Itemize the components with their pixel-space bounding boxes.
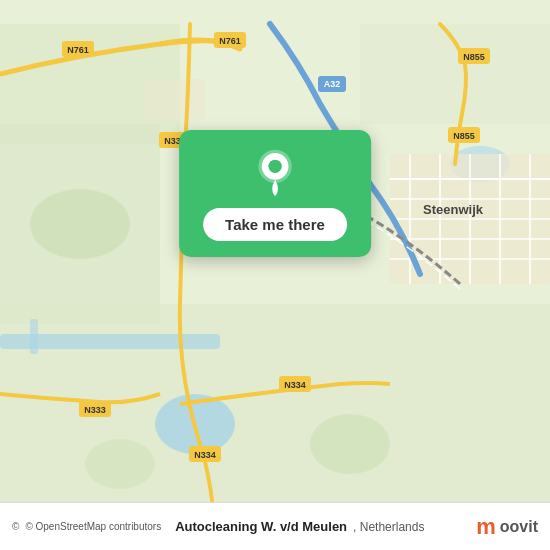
bottom-info: © © OpenStreetMap contributors Autoclean… <box>12 519 424 534</box>
svg-point-45 <box>268 160 281 173</box>
svg-text:N855: N855 <box>463 52 485 62</box>
svg-rect-7 <box>30 319 38 354</box>
moovit-logo: m oovit <box>476 514 538 540</box>
svg-text:N334: N334 <box>194 450 216 460</box>
location-pin-icon <box>250 148 300 198</box>
location-country: , Netherlands <box>353 520 424 534</box>
map-container: N761 N761 A32 N334 N334 N334 N333 N855 N… <box>0 0 550 550</box>
moovit-text: oovit <box>500 518 538 536</box>
svg-point-41 <box>310 414 390 474</box>
svg-text:N334: N334 <box>284 380 306 390</box>
bottom-bar: © © OpenStreetMap contributors Autoclean… <box>0 502 550 550</box>
svg-text:A32: A32 <box>324 79 341 89</box>
take-me-there-button[interactable]: Take me there <box>203 208 347 241</box>
svg-text:N761: N761 <box>219 36 241 46</box>
moovit-m-letter: m <box>476 514 496 540</box>
location-card: Take me there <box>179 130 371 257</box>
copyright-symbol: © <box>12 521 19 532</box>
svg-rect-20 <box>145 79 205 119</box>
map-background: N761 N761 A32 N334 N334 N334 N333 N855 N… <box>0 0 550 550</box>
svg-text:Steenwijk: Steenwijk <box>423 202 484 217</box>
osm-attribution: © OpenStreetMap contributors <box>25 521 161 532</box>
svg-point-40 <box>30 189 130 259</box>
svg-text:N333: N333 <box>84 405 106 415</box>
location-title: Autocleaning W. v/d Meulen <box>175 519 347 534</box>
svg-text:N855: N855 <box>453 131 475 141</box>
svg-text:N761: N761 <box>67 45 89 55</box>
svg-point-42 <box>85 439 155 489</box>
